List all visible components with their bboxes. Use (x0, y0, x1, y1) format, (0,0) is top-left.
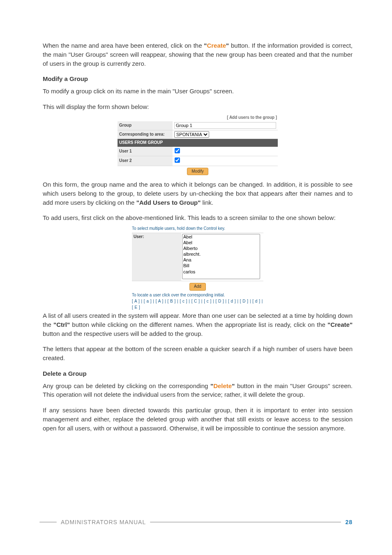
add-users-form: To select multiple users, hold down the … (132, 226, 263, 310)
locate-user-hint: To locate a user click over the correspo… (132, 292, 263, 298)
user-row-checkbox[interactable] (175, 157, 180, 163)
heading-delete-group: Delete a Group (43, 369, 353, 378)
heading-modify-group: Modify a Group (43, 74, 353, 83)
modify-group-form: [ Add users to the group ] Group Corresp… (118, 115, 278, 176)
user-row-checkbox[interactable] (175, 148, 180, 153)
group-label: Group (118, 121, 173, 130)
text: "Ctrl" (53, 321, 70, 328)
text: Any group can be deleted by clicking on … (43, 382, 210, 389)
modify-button[interactable]: Modify (187, 168, 208, 176)
paragraph: The letters that appear at the bottom of… (43, 345, 353, 363)
text: link. (201, 199, 213, 206)
paragraph: To add users, first click on the above-m… (43, 213, 353, 222)
group-name-input[interactable] (174, 122, 276, 129)
area-select[interactable]: SPONTANIA (174, 131, 209, 138)
add-users-to-group-link[interactable]: [ Add users to the group ] (118, 115, 278, 121)
paragraph: When the name and area have been entered… (43, 41, 353, 68)
paragraph: If any sessions have been directed towar… (43, 406, 353, 432)
users-from-group-header: USERS FROM GROUP (118, 139, 278, 147)
page-footer: ADMINISTRATORS MANUAL 28 (39, 518, 353, 526)
user-list-label: User: (132, 233, 181, 281)
text: When the name and area have been entered… (43, 42, 204, 49)
paragraph: This will display the form shown below: (43, 102, 353, 111)
text: button while clicking on the different n… (70, 321, 327, 328)
delete-label: Delete (213, 382, 232, 389)
initial-letter-links[interactable]: [ A ] | [ a ] | [ A ] | [ B ] | [ c ] | … (132, 298, 263, 310)
paragraph: On this form, the group name and the are… (43, 180, 353, 207)
add-button[interactable]: Add (189, 283, 206, 291)
text: "Add Users to Group" (136, 199, 201, 206)
text: "Create" (327, 321, 353, 328)
footer-line (39, 522, 57, 523)
footer-line (150, 522, 341, 523)
paragraph: Any group can be deleted by clicking on … (43, 382, 353, 400)
text: "Delete" (210, 382, 235, 389)
user-row-label: User 2 (118, 156, 173, 166)
page-number: 28 (345, 518, 353, 526)
user-row-label: User 1 (118, 147, 173, 156)
paragraph: To modify a group click on its name in t… (43, 87, 353, 96)
text: button and the respective users will be … (43, 330, 203, 337)
create-label: Create (207, 42, 226, 49)
footer-title: ADMINISTRATORS MANUAL (61, 518, 146, 526)
user-multi-select[interactable]: AbelAbelAlbertoalbrecht.AnaBillcarlos (182, 234, 260, 279)
area-label: Corresponding to area: (118, 130, 173, 139)
text: "Create" (204, 42, 229, 49)
multi-select-hint: To select multiple users, hold down the … (132, 226, 263, 232)
paragraph: A list of all users created in the syste… (43, 311, 353, 338)
